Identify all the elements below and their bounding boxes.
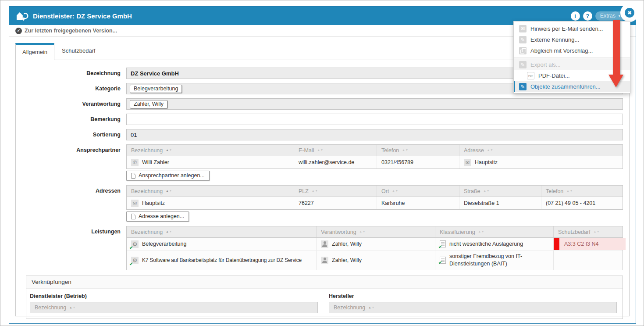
new-document-icon — [131, 173, 135, 179]
sort-icon: ▲▼ — [166, 190, 172, 193]
bezeichnung-label: Bezeichnung — [16, 68, 126, 79]
adressen-label: Adressen — [16, 185, 126, 197]
hersteller-label: Hersteller — [329, 293, 617, 299]
sort-icon: ▲▼ — [478, 230, 484, 233]
column-header[interactable]: PLZ▲▼ — [294, 186, 377, 197]
leistungen-label: Leistungen — [16, 226, 126, 237]
column-header[interactable]: Straße▲▼ — [459, 186, 541, 197]
verknuepfungen-section: Verknüpfungen Dienstleister (Betrieb) Be… — [26, 276, 623, 319]
service-icon — [131, 240, 139, 248]
sort-icon: ▲▼ — [487, 149, 493, 152]
sort-icon: ▲▼ — [69, 306, 75, 309]
menu-item-hinweis-per-email[interactable]: Hinweis per E-Mail senden... — [514, 23, 630, 34]
leistungen-table: Bezeichnung▲▼ Verantwortung▲▼ Klassifizi… — [126, 226, 623, 270]
verknuepfungen-title: Verknüpfungen — [26, 276, 623, 289]
tab-panel-allgemein: Bezeichnung DZ Service GmbH Kategorie Be… — [15, 60, 630, 316]
verantwortung-label: Verantwortung — [16, 98, 126, 110]
contact-icon — [131, 159, 139, 166]
copy-icon — [519, 47, 527, 54]
export-icon — [519, 61, 527, 68]
tab-allgemein[interactable]: Allgemein — [15, 43, 54, 60]
sort-icon: ▲▼ — [312, 190, 318, 193]
last-approved-version-link[interactable]: Zur letzten freigegebenen Version... — [25, 28, 117, 34]
mail-icon — [519, 25, 527, 32]
sort-icon: ▲▼ — [359, 230, 366, 233]
bemerkung-label: Bemerkung — [16, 114, 126, 125]
ansprechpartner-anlegen-button[interactable]: Ansprechpartner anlegen... — [126, 171, 210, 181]
classification-icon — [440, 257, 446, 264]
person-icon — [321, 240, 328, 248]
menu-item-abgleich-mit-vorschlag[interactable]: Abgleich mit Vorschlag... — [514, 45, 630, 56]
sort-icon: ▲▼ — [368, 306, 374, 309]
sort-icon: ▲▼ — [566, 190, 573, 193]
tab-schutzbedarf[interactable]: Schutzbedarf — [54, 42, 103, 60]
hersteller-table-header[interactable]: Bezeichnung ▲▼ — [329, 302, 617, 313]
address-icon — [131, 200, 139, 207]
info-icon[interactable]: i — [571, 11, 580, 21]
kategorie-chip[interactable]: Belegverarbeitung — [130, 85, 182, 93]
sort-icon: ▲▼ — [166, 230, 172, 233]
dienstleister-betrieb-label: Dienstleister (Betrieb) — [30, 293, 318, 299]
table-row[interactable]: Hauptsitz 76227 Karlsruhe Dieselstraße 1… — [127, 197, 623, 209]
column-header[interactable]: Bezeichnung▲▼ — [127, 226, 316, 237]
person-icon — [321, 257, 328, 264]
service-icon — [131, 257, 139, 264]
sort-icon: ▲▼ — [484, 190, 490, 193]
close-icon[interactable]: ✖ — [625, 8, 634, 18]
column-header[interactable]: Verantwortung▲▼ — [316, 226, 435, 237]
extras-button-label: Extras — [600, 13, 616, 19]
schutzbedarf-cell: A3:3 C2 I3 N4 — [553, 238, 626, 250]
table-row[interactable]: Belegverarbeitung Zahler, Willy nicht we… — [127, 238, 623, 251]
column-header[interactable]: Adresse▲▼ — [459, 145, 626, 156]
column-header[interactable]: E-Mail▲▼ — [294, 145, 377, 156]
edit-icon — [519, 36, 527, 43]
verantwortung-chip[interactable]: Zahler, Willy — [130, 100, 167, 108]
adresse-anlegen-button[interactable]: Adresse anlegen... — [126, 211, 189, 222]
adressen-table: Bezeichnung▲▼ PLZ▲▼ Ort▲▼ Straße▲▼ Telef… — [126, 185, 623, 210]
column-header[interactable]: Bezeichnung▲▼ — [127, 145, 294, 156]
sort-icon: ▲▼ — [166, 149, 172, 152]
sort-icon: ▲▼ — [594, 230, 600, 233]
table-row[interactable]: K7 Software auf Bankarbeitsplatz für Dat… — [127, 251, 623, 270]
menu-item-export-als: Export als... — [514, 59, 630, 70]
ansprechpartner-label: Ansprechpartner — [16, 144, 126, 156]
sort-icon: ▲▼ — [392, 190, 398, 193]
verantwortung-field[interactable]: Zahler, Willy — [126, 98, 623, 110]
column-header[interactable]: Schutzbedarf▲▼ — [553, 226, 626, 237]
page-title: Dienstleister: DZ Service GmbH — [33, 12, 132, 20]
menu-item-externe-kennung[interactable]: Externe Kennung... — [514, 34, 630, 45]
table-row[interactable]: Willi Zahler willi.zahler@service.de 032… — [127, 156, 623, 168]
merge-icon — [519, 83, 527, 90]
menu-item-objekte-zusammenfuehren[interactable]: Objekte zusammenführen... — [514, 81, 630, 92]
help-icon[interactable]: ? — [583, 11, 592, 21]
ansprechpartner-table: Bezeichnung▲▼ E-Mail▲▼ Telefon▲▼ Adresse… — [126, 144, 623, 169]
sortierung-label: Sortierung — [16, 129, 126, 140]
dienstleister-icon — [15, 10, 28, 21]
bemerkung-field[interactable] — [126, 114, 623, 125]
menu-item-pdf-datei[interactable]: PDF-Datei... — [514, 70, 630, 81]
new-document-icon — [131, 214, 135, 219]
column-header[interactable]: Bezeichnung▲▼ — [127, 186, 294, 197]
close-button-notch: ✖ — [620, 4, 639, 22]
approved-check-icon: ✔ — [15, 28, 22, 34]
address-icon — [464, 159, 471, 166]
classification-icon — [440, 240, 446, 247]
column-header[interactable]: Klassifizierung▲▼ — [435, 226, 553, 237]
column-header[interactable]: Ort▲▼ — [377, 186, 459, 197]
pdf-icon — [527, 72, 534, 79]
kategorie-label: Kategorie — [16, 83, 126, 94]
sort-icon: ▲▼ — [402, 149, 408, 152]
extras-menu: Hinweis per E-Mail senden... Externe Ken… — [513, 21, 630, 93]
dienstleister-betrieb-table-header[interactable]: Bezeichnung ▲▼ — [30, 302, 318, 313]
column-header[interactable]: Telefon▲▼ — [377, 145, 459, 156]
sort-icon: ▲▼ — [317, 149, 323, 152]
column-header[interactable]: Telefon▲▼ — [541, 186, 626, 197]
sortierung-field[interactable]: 01 — [126, 129, 623, 140]
